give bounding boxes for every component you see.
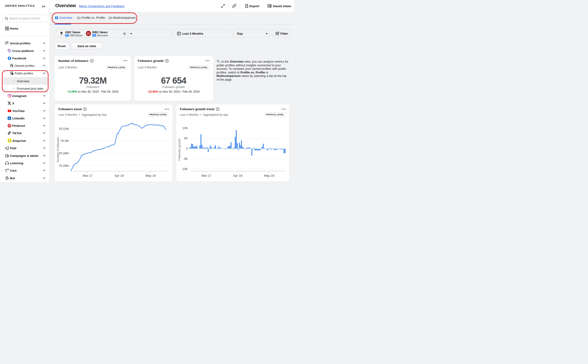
svg-text:Apr 16: Apr 16 (115, 174, 124, 177)
svg-text:?: ? (166, 60, 168, 62)
svg-text:5K: 5K (184, 136, 188, 140)
svg-text:Mar 17: Mar 17 (201, 174, 211, 177)
svg-text:-10K: -10K (181, 167, 188, 171)
svg-text:79.3M: 79.3M (60, 139, 69, 143)
svg-text:79.32M: 79.32M (58, 127, 68, 130)
svg-text:79.28M: 79.28M (58, 151, 68, 155)
svg-text:abc: abc (60, 32, 62, 34)
svg-text:?: ? (91, 60, 92, 62)
svg-text:Followers growth: Followers growth (178, 139, 181, 161)
svg-text:79.26M: 79.26M (58, 164, 68, 168)
svg-text:May 16: May 16 (264, 174, 274, 177)
svg-text:NEWS: NEWS (87, 34, 90, 35)
svg-text:in: in (9, 117, 10, 119)
svg-text:10K: 10K (182, 126, 187, 130)
svg-text:Apr 16: Apr 16 (233, 174, 242, 177)
svg-text:NEWS: NEWS (60, 34, 63, 36)
svg-text:Mar 17: Mar 17 (83, 174, 92, 177)
svg-text:0: 0 (186, 147, 187, 150)
svg-text:May 16: May 16 (146, 174, 156, 177)
svg-text:-5K: -5K (183, 157, 188, 161)
svg-text:Number of followers: Number of followers (56, 137, 60, 162)
